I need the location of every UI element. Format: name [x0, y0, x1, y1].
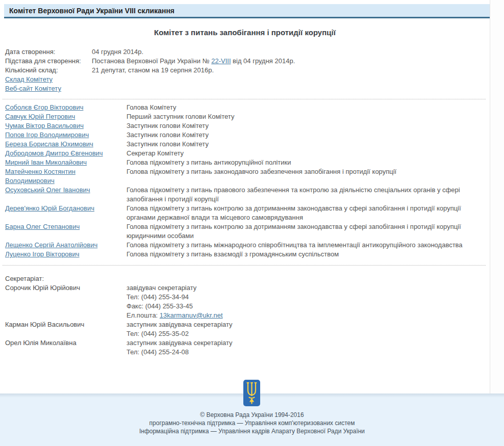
member-name-link[interactable]: Мирний Іван Миколайович: [5, 159, 87, 166]
member-name-link[interactable]: Соболєв Єгор Вікторович: [5, 103, 83, 111]
member-name-cell: Барна Олег Степанович: [5, 222, 127, 241]
basis-text-prefix: Постанова Верховної Ради України №: [92, 57, 211, 65]
secretariat-row: Сорочик Юрій Юрійович завідувач секретар…: [5, 283, 490, 320]
member-position: Заступник голови Комітету: [127, 130, 490, 140]
member-name-link[interactable]: Осуховський Олег Іванович: [5, 186, 90, 194]
secretariat-detail-line: Тел: (044) 255-24-08: [127, 348, 490, 357]
member-name-link[interactable]: Добродомов Дмитро Євгенович: [5, 149, 103, 157]
email-label: Ел.пошта:: [127, 311, 160, 319]
footer-tech-support: програмно-технічна підтримка — Управлінн…: [0, 419, 504, 427]
info-row-website: Веб-сайт Комітету: [5, 84, 490, 93]
member-position: Голова підкомітету з питань антикорупцій…: [127, 158, 490, 167]
secretariat-email-line: Ел.пошта: 13karmanuv@ukr.net: [127, 311, 490, 320]
count-label: Кількісний склад:: [5, 66, 92, 75]
secretariat-detail-line: завідувач секретаріату: [127, 283, 490, 293]
member-position: Голова підкомітету з питань правового за…: [127, 186, 490, 204]
member-row: Добродомов Дмитро Євгенович Секретар Ком…: [5, 149, 490, 158]
member-position: Заступник голови Комітету: [127, 121, 490, 130]
secretariat-section: Секретаріат: Сорочик Юрій Юрійович завід…: [5, 274, 490, 357]
member-row: Савчук Юрій Петрович Перший заступник го…: [5, 112, 490, 121]
info-row-date: Дата створення: 04 грудня 2014р.: [5, 47, 490, 57]
member-name-cell: Матейченко Костянтин Володимирович: [5, 167, 127, 186]
member-name-cell: Попов Ігор Володимирович: [5, 130, 127, 140]
section-header-title: Комітет Верховної Ради України VIII скли…: [9, 7, 174, 15]
member-row: Мирний Іван Миколайович Голова підкоміте…: [5, 158, 490, 167]
member-name-link[interactable]: Дерев'янко Юрій Богданович: [5, 204, 94, 212]
member-name-cell: Осуховський Олег Іванович: [5, 186, 127, 204]
page-title: Комітет з питань запобігання і протидії …: [0, 28, 490, 37]
secretariat-detail-line: заступник завідувача секретаріату: [127, 338, 490, 348]
dotted-divider-bottom: [3, 265, 486, 266]
ukraine-trident-icon: [243, 380, 260, 406]
content-area: Комітет Верховної Ради України VIII скли…: [0, 0, 490, 393]
info-row-count: Кількісний склад: 21 депутат, станом на …: [5, 66, 490, 75]
member-name-cell: Савчук Юрій Петрович: [5, 112, 127, 121]
secretariat-detail-line: Факс: (044) 255-33-45: [127, 302, 490, 311]
secretariat-list: Сорочик Юрій Юрійович завідувач секретар…: [5, 283, 490, 357]
footer-copyright: © Верховна Рада України 1994-2016: [0, 411, 504, 419]
secretariat-row: Карман Юрій Васильович заступник завідув…: [5, 320, 490, 338]
email-link[interactable]: 13karmanuv@ukr.net: [160, 311, 223, 319]
footer-text: © Верховна Рада України 1994-2016 програ…: [0, 411, 504, 435]
secretariat-detail-line: заступник завідувача секретаріату: [127, 320, 490, 329]
committee-info-section: Дата створення: 04 грудня 2014р. Підстав…: [5, 47, 490, 93]
count-value: 21 депутат, станом на 19 серпня 2016р.: [92, 66, 214, 75]
committee-website-link[interactable]: Веб-сайт Комітету: [5, 85, 61, 92]
member-name-cell: Соболєв Єгор Вікторович: [5, 103, 127, 112]
member-row: Луценко Ігор Вікторович Голова підкоміте…: [5, 250, 490, 259]
secretariat-member-name: Сорочик Юрій Юрійович: [5, 283, 127, 320]
members-list: Соболєв Єгор Вікторович Голова Комітету …: [5, 103, 490, 259]
member-position: Перший заступник голови Комітету: [127, 112, 490, 121]
member-row: Лещенко Сергій Анатолійович Голова підко…: [5, 241, 490, 250]
secretariat-row: Орел Юлія Миколаївна заступник завідувач…: [5, 338, 490, 357]
member-name-cell: Лещенко Сергій Анатолійович: [5, 241, 127, 250]
secretariat-member-details: заступник завідувача секретаріатуТел: (0…: [127, 338, 490, 357]
member-name-link[interactable]: Береза Борислав Юхимович: [5, 140, 93, 148]
member-row: Матейченко Костянтин Володимирович Голов…: [5, 167, 490, 186]
member-position: Голова підкомітету з питань контролю за …: [127, 222, 490, 241]
info-row-composition: Склад Комітету: [5, 75, 490, 84]
member-name-link[interactable]: Попов Ігор Володимирович: [5, 131, 89, 139]
member-row: Барна Олег Степанович Голова підкомітету…: [5, 222, 490, 241]
member-name-cell: Добродомов Дмитро Євгенович: [5, 149, 127, 158]
member-row: Береза Борислав Юхимович Заступник голов…: [5, 140, 490, 149]
member-name-link[interactable]: Луценко Ігор Вікторович: [5, 250, 80, 258]
member-name-link[interactable]: Лещенко Сергій Анатолійович: [5, 241, 97, 249]
member-name-link[interactable]: Савчук Юрій Петрович: [5, 113, 75, 120]
member-name-cell: Чумак Віктор Васильович: [5, 121, 127, 130]
member-name-link[interactable]: Чумак Віктор Васильович: [5, 122, 84, 129]
member-position: Заступник голови Комітету: [127, 140, 490, 149]
secretariat-detail-line: Тел: (044) 255-35-02: [127, 329, 490, 338]
member-name-cell: Береза Борислав Юхимович: [5, 140, 127, 149]
member-name-link[interactable]: Барна Олег Степанович: [5, 223, 80, 230]
secretariat-member-details: заступник завідувача секретаріатуТел: (0…: [127, 320, 490, 338]
secretariat-member-details: завідувач секретаріатуТел: (044) 255-34-…: [127, 283, 490, 320]
member-row: Попов Ігор Володимирович Заступник голов…: [5, 130, 490, 140]
basis-value: Постанова Верховної Ради України № 22-VI…: [92, 57, 295, 66]
secretariat-detail-line: Тел: (044) 255-34-94: [127, 293, 490, 302]
basis-label: Підстава для створення:: [5, 57, 92, 66]
info-row-basis: Підстава для створення: Постанова Верхов…: [5, 57, 490, 66]
member-position: Голова підкомітету з питань контролю за …: [127, 204, 490, 222]
secretariat-title: Секретаріат:: [5, 274, 490, 283]
member-row: Чумак Віктор Васильович Заступник голови…: [5, 121, 490, 130]
member-position: Голова Комітету: [127, 103, 490, 112]
member-position: Голова підкомітету з питань законодавчог…: [127, 167, 490, 186]
member-position: Секретар Комітету: [127, 149, 490, 158]
member-position: Голова підкомітету з питань міжнародного…: [127, 241, 490, 250]
member-name-link[interactable]: Матейченко Костянтин Володимирович: [5, 168, 75, 185]
basis-text-suffix: від 04 грудня 2014р.: [231, 57, 295, 65]
member-position: Голова підкомітету з питань взаємодії з …: [127, 250, 490, 259]
secretariat-member-name: Орел Юлія Миколаївна: [5, 338, 127, 357]
member-name-cell: Мирний Іван Миколайович: [5, 158, 127, 167]
section-header-bar: Комітет Верховної Ради України VIII скли…: [4, 4, 490, 18]
member-row: Соболєв Єгор Вікторович Голова Комітету: [5, 103, 490, 112]
member-name-cell: Луценко Ігор Вікторович: [5, 250, 127, 259]
resolution-link[interactable]: 22-VIII: [211, 57, 231, 65]
committee-composition-link[interactable]: Склад Комітету: [5, 75, 53, 83]
dotted-divider-top: [3, 99, 486, 99]
date-value: 04 грудня 2014р.: [92, 47, 143, 57]
member-row: Дерев'янко Юрій Богданович Голова підком…: [5, 204, 490, 222]
date-label: Дата створення:: [5, 47, 92, 57]
secretariat-member-name: Карман Юрій Васильович: [5, 320, 127, 338]
